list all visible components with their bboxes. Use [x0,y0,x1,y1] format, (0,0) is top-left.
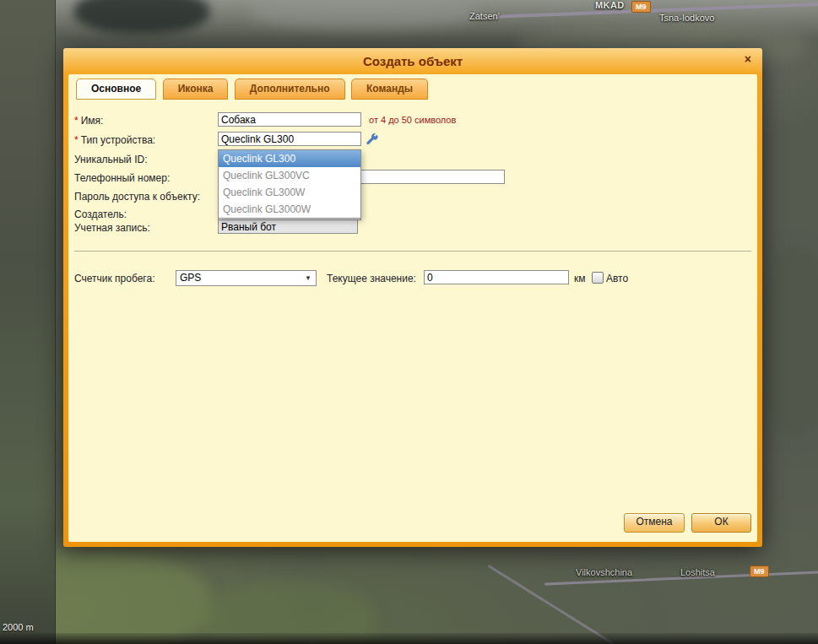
required-marker: * [74,134,79,146]
close-icon[interactable]: × [745,52,751,66]
dropdown-option[interactable]: Queclink GL300 [219,150,360,167]
auto-checkbox[interactable] [592,272,604,284]
device-type-input[interactable] [218,132,361,146]
password-label: Пароль доступа к объекту: [74,191,200,203]
map-terrain-patch [249,0,477,28]
tab-icon[interactable]: Иконка [163,78,229,100]
map-label-vilkovshchina: Vilkovshchina [576,567,632,577]
map-left-strip [0,0,56,644]
phone-label: Телефонный номер: [74,172,170,184]
ok-button[interactable]: ОК [691,513,751,533]
dropdown-option[interactable]: Queclink GL300W [219,184,360,201]
map-label-zatsen: Zatsen' [469,11,500,21]
name-length-hint: от 4 до 50 символов [369,115,456,125]
road-line-mkad [494,2,818,19]
dropdown-option[interactable]: Queclink GL300VC [219,167,360,184]
map-scale-text: 2000 m [3,622,34,632]
map-label-loshitsa: Loshitsa [680,567,715,577]
device-settings-wrench-icon[interactable] [366,133,379,146]
dropdown-arrow-icon: ▼ [305,271,311,285]
app-root: Zatsen' MKAD M9 Tsna-Iodkovo Vilkovshchi… [0,0,818,644]
map-label-mkad: MKAD [595,0,625,10]
account-label: Учетная запись: [74,222,150,234]
unique-id-label: Уникальный ID: [74,154,147,165]
dialog-body: Основное Иконка Дополнительно Команды *И… [68,74,757,542]
map-label-tsna: Tsna-Iodkovo [659,13,714,23]
tab-general[interactable]: Основное [76,78,156,100]
name-input[interactable] [218,112,361,127]
device-type-label: *Тип устройства: [74,134,155,146]
device-type-dropdown: Queclink GL300 Queclink GL300VC Queclink… [218,149,361,219]
dialog-title: Создать объект [63,54,762,68]
dialog-tabs: Основное Иконка Дополнительно Команды [76,78,431,100]
tab-commands[interactable]: Команды [351,78,428,100]
map-lake-patch [74,0,209,34]
required-marker: * [74,115,79,127]
mileage-counter-label: Счетчик пробега: [74,273,154,284]
tab-additional[interactable]: Дополнительно [235,78,345,100]
current-value-input[interactable] [424,270,569,284]
cancel-button[interactable]: Отмена [624,513,685,533]
dropdown-option[interactable]: Queclink GL3000W [219,201,360,218]
map-forest-patch [758,245,818,439]
form-separator [74,251,751,252]
name-label: *Имя: [74,115,103,127]
account-field [218,219,358,234]
route-badge-m9-bottom: M9 [750,566,769,577]
create-object-dialog: Создать объект × Основное Иконка Дополни… [63,48,762,547]
auto-label: Авто [606,273,628,284]
map-bottom-bar [0,633,818,644]
route-badge-m9-top: M9 [631,1,651,13]
creator-label: Создатель: [74,208,127,220]
mileage-source-select[interactable]: GPS ▼ [176,270,317,286]
unit-label: км [574,273,586,284]
current-value-label: Текущее значение: [327,273,416,284]
